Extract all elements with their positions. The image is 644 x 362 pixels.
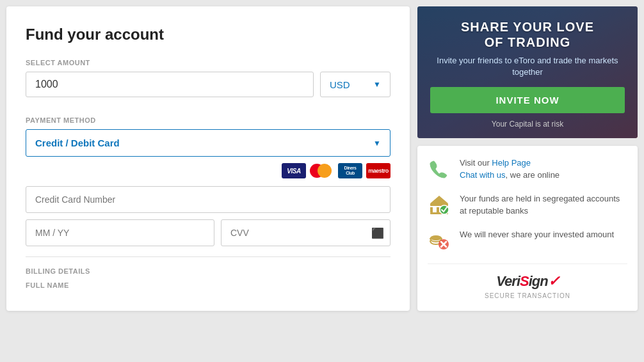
svg-marker-4 <box>430 196 448 203</box>
banner-title: SHARE YOUR LOVE OF TRADING <box>430 19 625 50</box>
maestro-logo: maestro <box>366 163 390 178</box>
billing-section: BILLING DETAILS FULL NAME <box>26 256 390 289</box>
banner-content: SHARE YOUR LOVE OF TRADING Invite your f… <box>430 19 625 129</box>
mastercard-logo <box>310 163 334 178</box>
help-page-link[interactable]: Help Page <box>492 158 531 168</box>
currency-value: USD <box>330 79 350 90</box>
bank-icon <box>428 193 451 216</box>
visa-logo: VISA <box>282 163 306 178</box>
payment-method-label: PAYMENT METHOD <box>26 116 390 124</box>
info-item-help: Visit our Help Page Chat with us, we are… <box>428 157 627 182</box>
card-logos: VISA DinersClub maestro <box>26 163 390 178</box>
currency-chevron-icon: ▼ <box>373 80 381 89</box>
right-panel: SHARE YOUR LOVE OF TRADING Invite your f… <box>417 6 638 311</box>
payment-method-dropdown[interactable]: Credit / Debit Card ▼ <box>26 129 390 157</box>
chat-with-us-link[interactable]: Chat with us <box>460 170 506 180</box>
billing-details-label: BILLING DETAILS <box>26 267 390 275</box>
info-text-funds: Your funds are held in segregated accoun… <box>460 193 627 217</box>
cvv-card-icon: ⬛ <box>371 227 384 239</box>
info-item-funds: Your funds are held in segregated accoun… <box>428 193 627 217</box>
card-expiry-cvv-row: ⬛ <box>26 219 390 246</box>
svg-rect-2 <box>437 207 439 212</box>
verisign-block: VeriSign✓ SECURE TRANSACTION <box>428 264 627 299</box>
cvv-input[interactable] <box>221 219 390 246</box>
expiry-date-input[interactable] <box>26 219 214 246</box>
diners-logo: DinersClub <box>338 163 362 178</box>
payment-method-section: PAYMENT METHOD Credit / Debit Card ▼ VIS… <box>26 116 390 246</box>
amount-row: USD ▼ <box>26 72 390 97</box>
verisign-logo: VeriSign✓ <box>428 273 627 290</box>
cvv-wrapper: ⬛ <box>221 219 390 246</box>
risk-text: Your Capital is at risk <box>430 120 625 129</box>
invite-now-button[interactable]: INVITE NOW <box>430 87 625 113</box>
payment-method-selected: Credit / Debit Card <box>35 138 120 148</box>
info-panel: Visit our Help Page Chat with us, we are… <box>417 146 638 310</box>
payment-chevron-icon: ▼ <box>373 139 381 148</box>
info-text-help: Visit our Help Page Chat with us, we are… <box>460 157 559 182</box>
invite-banner: SHARE YOUR LOVE OF TRADING Invite your f… <box>417 6 638 138</box>
currency-dropdown[interactable]: USD ▼ <box>320 72 390 97</box>
phone-icon <box>428 157 451 180</box>
credit-card-number-input[interactable] <box>26 186 390 213</box>
select-amount-label: SELECT AMOUNT <box>26 59 390 67</box>
amount-input[interactable] <box>26 72 314 97</box>
svg-point-7 <box>430 235 442 240</box>
info-item-privacy: We will never share your invested amount <box>428 229 627 252</box>
full-name-label: FULL NAME <box>26 281 390 289</box>
verisign-label: SECURE TRANSACTION <box>428 292 627 299</box>
info-text-privacy: We will never share your invested amount <box>460 229 614 241</box>
banner-subtitle: Invite your friends to eToro and trade t… <box>430 55 625 78</box>
coins-icon <box>428 229 451 252</box>
page-title: Fund your account <box>26 26 390 43</box>
fund-account-panel: Fund your account SELECT AMOUNT USD ▼ PA… <box>6 6 410 311</box>
svg-rect-1 <box>430 207 433 212</box>
